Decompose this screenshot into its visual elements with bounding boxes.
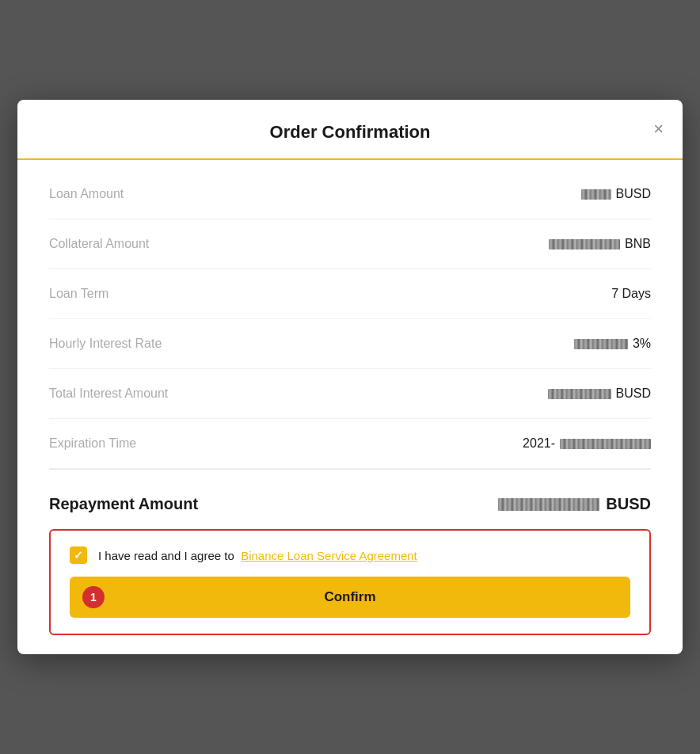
modal-title: Order Confirmation: [270, 122, 431, 143]
total-interest-blurred: [548, 389, 611, 399]
collateral-amount-row: Collateral Amount BNB: [49, 219, 651, 269]
repayment-label: Repayment Amount: [49, 495, 198, 513]
loan-term-label: Loan Term: [49, 287, 108, 301]
expiration-blurred: [560, 439, 651, 449]
expiration-time-value: 2021-: [523, 436, 651, 451]
repayment-value: BUSD: [498, 495, 651, 513]
confirm-button[interactable]: 1 Confirm: [70, 577, 630, 618]
hourly-interest-rate-label: Hourly Interest Rate: [49, 337, 162, 351]
collateral-amount-currency: BNB: [625, 237, 651, 251]
hourly-interest-rate-value: 3%: [574, 337, 651, 351]
expiration-time-label: Expiration Time: [49, 436, 136, 451]
agreement-link[interactable]: Binance Loan Service Agreement: [241, 549, 417, 562]
loan-term-row: Loan Term 7 Days: [49, 269, 651, 319]
repayment-blurred: [498, 498, 599, 511]
expiration-prefix: 2021-: [523, 436, 555, 451]
total-interest-currency: BUSD: [616, 387, 651, 401]
loan-term-value: 7 Days: [611, 287, 651, 301]
collateral-amount-value: BNB: [549, 237, 651, 251]
agreement-row: ✓ I have read and I agree to Binance Loa…: [70, 546, 630, 564]
loan-amount-blurred: [581, 189, 611, 200]
repayment-currency: BUSD: [606, 495, 651, 513]
total-interest-row: Total Interest Amount BUSD: [49, 369, 651, 419]
total-interest-value: BUSD: [548, 387, 651, 401]
loan-amount-label: Loan Amount: [49, 187, 124, 201]
hourly-interest-suffix: 3%: [633, 337, 651, 351]
agreement-box: ✓ I have read and I agree to Binance Loa…: [49, 529, 651, 635]
divider: [49, 469, 651, 470]
agreement-checkbox[interactable]: ✓: [70, 546, 87, 564]
close-button[interactable]: ×: [653, 120, 664, 138]
expiration-time-row: Expiration Time 2021-: [49, 419, 651, 469]
overlay: Order Confirmation × Loan Amount BUSD Co…: [0, 0, 700, 754]
hourly-interest-rate-row: Hourly Interest Rate 3%: [49, 319, 651, 369]
checkbox-check-icon: ✓: [74, 549, 83, 562]
confirm-label: Confirm: [324, 589, 375, 605]
collateral-amount-label: Collateral Amount: [49, 237, 149, 251]
loan-amount-value: BUSD: [581, 187, 651, 201]
hourly-interest-blurred: [574, 339, 628, 349]
loan-amount-currency: BUSD: [616, 187, 651, 201]
repayment-row: Repayment Amount BUSD: [49, 482, 651, 529]
modal-body: Loan Amount BUSD Collateral Amount BNB L…: [17, 160, 683, 654]
modal-dialog: Order Confirmation × Loan Amount BUSD Co…: [17, 100, 683, 654]
agreement-text: I have read and I agree to Binance Loan …: [98, 549, 417, 562]
confirm-badge: 1: [82, 586, 105, 608]
loan-amount-row: Loan Amount BUSD: [49, 169, 651, 219]
collateral-amount-blurred: [549, 239, 620, 249]
total-interest-label: Total Interest Amount: [49, 387, 168, 401]
modal-header: Order Confirmation ×: [17, 100, 683, 160]
